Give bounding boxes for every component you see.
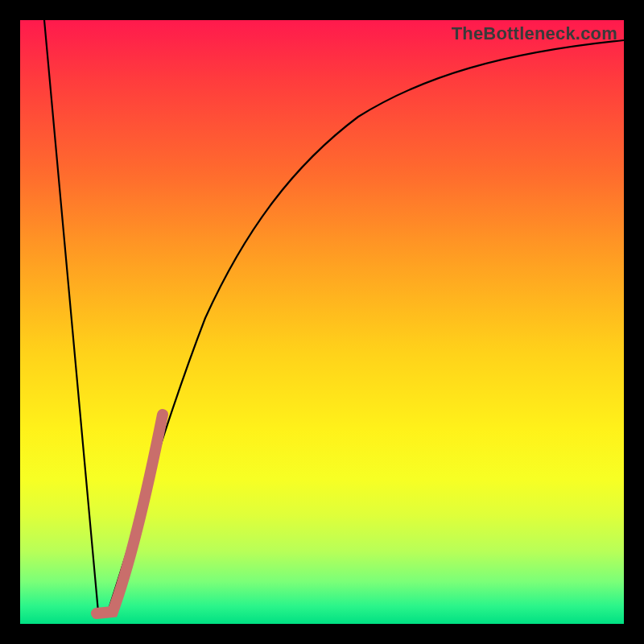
- curves-svg: [20, 20, 624, 624]
- bottleneck-curve: [44, 20, 624, 614]
- highlight-segment: [97, 415, 163, 613]
- watermark-text: TheBottleneck.com: [452, 23, 617, 44]
- chart-frame: TheBottleneck.com: [0, 0, 644, 644]
- plot-area: TheBottleneck.com: [20, 20, 624, 624]
